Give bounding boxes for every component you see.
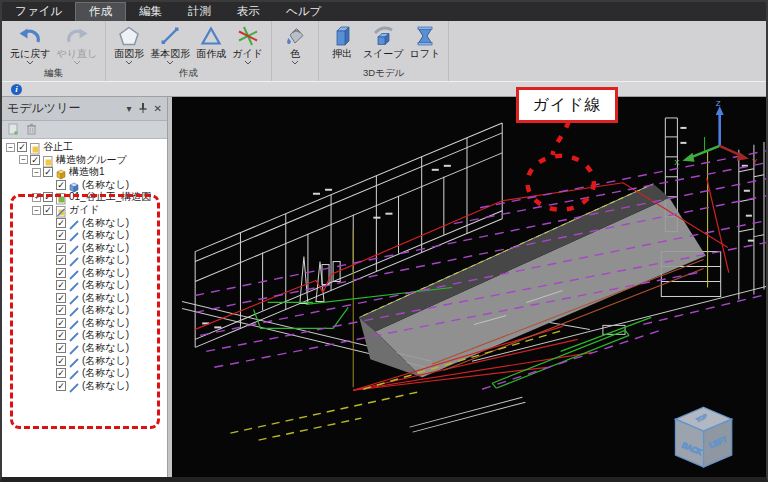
tree-item[interactable]: ✓(名称なし) xyxy=(2,241,167,254)
annotation-circle xyxy=(527,121,593,210)
line-blue xyxy=(68,279,80,291)
tree-expander-icon[interactable]: − xyxy=(6,143,15,152)
tree-checkbox[interactable]: ✓ xyxy=(56,368,66,378)
redo-label: やり直し xyxy=(56,48,97,59)
guide-icon xyxy=(236,23,260,48)
menu-tab-view[interactable]: 表示 xyxy=(224,2,273,21)
basic-shape-button[interactable]: 基本図形 xyxy=(147,23,193,65)
group-label-edit: 編集 xyxy=(2,67,105,80)
tree-checkbox[interactable]: ✓ xyxy=(56,356,66,366)
tree-checkbox[interactable]: ✓ xyxy=(56,293,66,303)
tree-expander-icon[interactable]: + xyxy=(32,193,41,202)
model-tree: −✓谷止工−✓構造物グループ−✓構造物1✓(名称なし)+✓01_谷止工_構造図−… xyxy=(2,139,167,477)
tree-checkbox[interactable]: ✓ xyxy=(17,142,27,152)
tree-item[interactable]: ✓(名称なし) xyxy=(2,354,167,367)
tree-item[interactable]: +✓01_谷止工_構造図 xyxy=(2,191,167,204)
line-blue xyxy=(68,317,80,329)
tree-checkbox[interactable]: ✓ xyxy=(56,180,66,190)
extrude-button[interactable]: 押出 xyxy=(324,23,360,59)
tree-item[interactable]: ✓(名称なし) xyxy=(2,342,167,355)
page-yellow xyxy=(42,154,54,166)
polygon-icon xyxy=(117,23,141,48)
tree-item[interactable]: ✓(名称なし) xyxy=(2,216,167,229)
menu-tab-edit[interactable]: 編集 xyxy=(126,2,175,21)
tree-checkbox[interactable]: ✓ xyxy=(56,343,66,353)
axis-z-label: Z xyxy=(716,99,721,108)
ribbon: 元に戻す やり直し 編集 面図形 xyxy=(2,21,766,82)
tree-checkbox[interactable]: ✓ xyxy=(56,381,66,391)
tree-checkbox[interactable]: ✓ xyxy=(56,305,66,315)
tree-item[interactable]: −✓構造物グループ xyxy=(2,154,167,167)
tree-checkbox[interactable]: ✓ xyxy=(43,192,53,202)
group-label-create: 作成 xyxy=(106,67,271,80)
tree-item[interactable]: ✓(名称なし) xyxy=(2,254,167,267)
color-button[interactable]: 色 xyxy=(277,23,313,65)
redo-icon xyxy=(65,23,89,48)
tree-item[interactable]: ✓(名称なし) xyxy=(2,379,167,392)
tree-checkbox[interactable]: ✓ xyxy=(56,218,66,228)
axis-y-label: Y xyxy=(752,157,758,166)
undo-button[interactable]: 元に戻す xyxy=(7,23,53,65)
tree-checkbox[interactable]: ✓ xyxy=(43,205,53,215)
tree-item[interactable]: −✓ガイド xyxy=(2,204,167,217)
tree-checkbox[interactable]: ✓ xyxy=(56,268,66,278)
tree-item[interactable]: ✓(名称なし) xyxy=(2,279,167,292)
tree-expander-icon[interactable]: − xyxy=(32,206,41,215)
triangle-icon xyxy=(199,23,223,48)
tree-item[interactable]: ✓(名称なし) xyxy=(2,367,167,380)
tree-checkbox[interactable]: ✓ xyxy=(43,167,53,177)
tree-expander-icon[interactable]: − xyxy=(19,155,28,164)
tree-item[interactable]: ✓(名称なし) xyxy=(2,304,167,317)
tree-checkbox[interactable]: ✓ xyxy=(30,155,40,165)
chevron-down-icon xyxy=(244,60,252,65)
model-tree-header: モデルツリー ▾ ✕ xyxy=(2,97,167,121)
menu-tab-help[interactable]: ヘルプ xyxy=(273,2,334,21)
ribbon-group-color: 色 xyxy=(272,21,319,81)
tree-item[interactable]: −✓構造物1 xyxy=(2,166,167,179)
info-icon[interactable]: i xyxy=(11,84,22,95)
view-cube[interactable]: BACK LEFT TOP xyxy=(675,407,731,467)
tree-expander-icon[interactable]: − xyxy=(32,168,41,177)
face-create-button[interactable]: 面作成 xyxy=(193,23,229,59)
info-bar: i xyxy=(2,81,766,97)
menu-tab-measure[interactable]: 計測 xyxy=(175,2,224,21)
tree-checkbox[interactable]: ✓ xyxy=(56,318,66,328)
guide-line-callout-label: ガイド線 xyxy=(532,95,601,116)
guide-button[interactable]: ガイド xyxy=(229,23,266,65)
tree-item[interactable]: ✓(名称なし) xyxy=(2,229,167,242)
line-icon xyxy=(158,23,182,48)
face-shape-button[interactable]: 面図形 xyxy=(111,23,147,65)
tree-checkbox[interactable]: ✓ xyxy=(56,255,66,265)
tree-item[interactable]: ✓(名称なし) xyxy=(2,179,167,192)
delete-item-icon[interactable] xyxy=(26,121,37,139)
menu-tab-file[interactable]: ファイル xyxy=(2,2,75,21)
close-icon[interactable]: ✕ xyxy=(154,104,162,114)
tree-checkbox[interactable]: ✓ xyxy=(56,330,66,340)
tree-item[interactable]: ✓(名称なし) xyxy=(2,317,167,330)
pin-icon[interactable] xyxy=(139,103,147,115)
line-blue xyxy=(68,254,80,266)
redo-button[interactable]: やり直し xyxy=(53,23,100,65)
tree-item[interactable]: ✓(名称なし) xyxy=(2,329,167,342)
chevron-down-icon xyxy=(125,60,133,65)
tree-item[interactable]: ✓(名称なし) xyxy=(2,292,167,305)
viewport-canvas[interactable]: Z X Y BACK LEFT TOP xyxy=(172,97,766,477)
tree-checkbox[interactable]: ✓ xyxy=(56,243,66,253)
line-blue xyxy=(68,329,80,341)
tree-item[interactable]: −✓谷止工 xyxy=(2,141,167,154)
tree-item[interactable]: ✓(名称なし) xyxy=(2,266,167,279)
viewport-3d[interactable]: Z X Y BACK LEFT TOP xyxy=(172,97,766,477)
panel-menu-icon[interactable]: ▾ xyxy=(127,104,132,114)
tree-checkbox[interactable]: ✓ xyxy=(56,280,66,290)
loft-button[interactable]: ロフト xyxy=(407,23,444,59)
cube-blue xyxy=(68,179,80,191)
line-blue xyxy=(68,355,80,367)
sweep-button[interactable]: スイープ xyxy=(360,23,407,59)
panel-title: モデルツリー xyxy=(7,100,120,117)
menu-tab-create[interactable]: 作成 xyxy=(75,2,126,21)
add-item-icon[interactable] xyxy=(8,121,20,139)
model-tree-panel: モデルツリー ▾ ✕ −✓谷止工−✓構造物グループ−✓構造物1✓(名称なし)+✓… xyxy=(2,97,168,477)
line-blue xyxy=(68,367,80,379)
tree-checkbox[interactable]: ✓ xyxy=(56,230,66,240)
ribbon-group-edit: 元に戻す やり直し 編集 xyxy=(2,21,106,81)
